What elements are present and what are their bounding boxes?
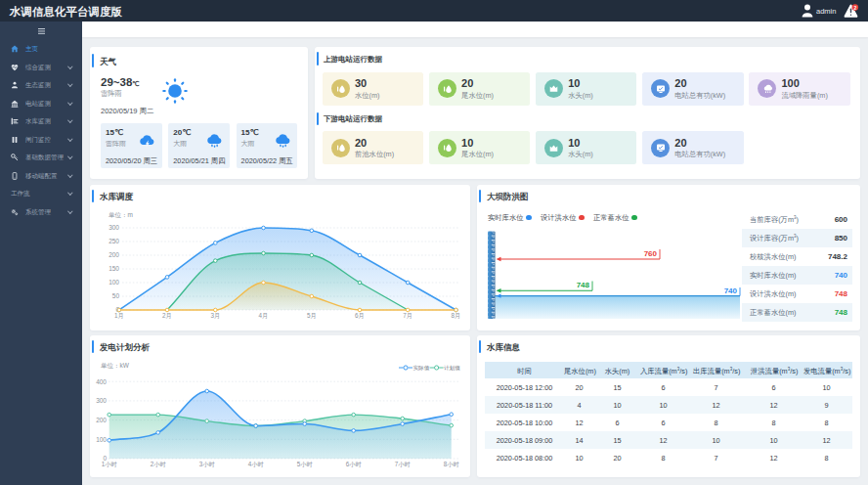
svg-text:4小时: 4小时 <box>248 461 264 467</box>
svg-text:3月: 3月 <box>210 312 220 320</box>
svg-text:400: 400 <box>96 378 107 385</box>
svg-text:100: 100 <box>108 279 119 286</box>
svg-text:300: 300 <box>108 224 119 231</box>
svg-text:760: 760 <box>644 249 658 258</box>
svg-text:2月: 2月 <box>162 312 172 320</box>
svg-text:计划值: 计划值 <box>444 365 460 372</box>
svg-text:200: 200 <box>108 251 119 258</box>
svg-text:250: 250 <box>108 238 119 244</box>
svg-text:740: 740 <box>724 287 738 295</box>
svg-text:5月: 5月 <box>307 312 317 320</box>
svg-text:4月: 4月 <box>259 312 269 320</box>
svg-text:7小时: 7小时 <box>395 461 411 467</box>
svg-text:1小时: 1小时 <box>102 461 117 467</box>
svg-text:实际值: 实际值 <box>413 365 430 372</box>
svg-text:7月: 7月 <box>403 312 412 320</box>
svg-text:5小时: 5小时 <box>297 461 313 467</box>
svg-text:2小时: 2小时 <box>151 461 166 467</box>
svg-text:3小时: 3小时 <box>199 461 215 467</box>
svg-text:6月: 6月 <box>355 312 365 320</box>
svg-text:2: 2 <box>853 4 856 10</box>
svg-text:150: 150 <box>108 265 119 272</box>
svg-text:50: 50 <box>112 292 120 299</box>
svg-text:1月: 1月 <box>114 312 124 320</box>
svg-text:200: 200 <box>96 417 107 423</box>
svg-text:8小时: 8小时 <box>444 461 459 467</box>
svg-text:300: 300 <box>96 397 107 404</box>
svg-text:8月: 8月 <box>452 312 461 320</box>
svg-text:748: 748 <box>577 281 590 289</box>
svg-text:6小时: 6小时 <box>346 461 362 467</box>
svg-text:100: 100 <box>96 436 107 443</box>
